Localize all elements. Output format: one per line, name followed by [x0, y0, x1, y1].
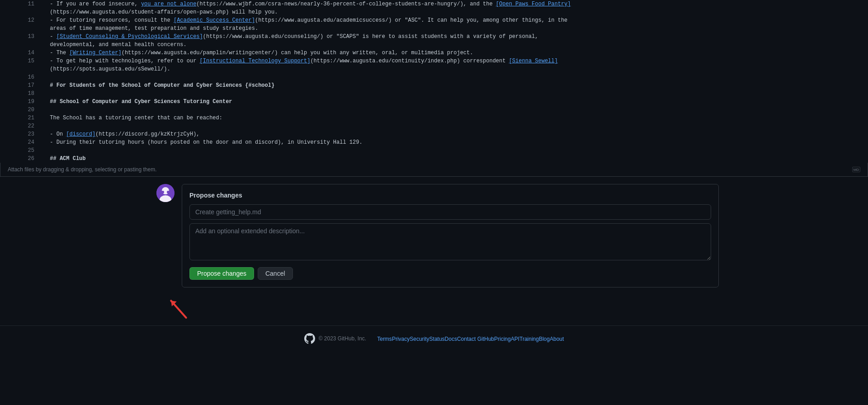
line-number: 25 [0, 146, 42, 155]
propose-section: Propose changes Propose changes Cancel [149, 177, 719, 295]
line-number [0, 65, 42, 73]
footer-link-training[interactable]: Training [519, 336, 539, 342]
cancel-button[interactable]: Cancel [258, 267, 293, 280]
code-editor: 11 - If you are food insecure, you are n… [0, 0, 868, 163]
attach-bar: Attach files by dragging & dropping, sel… [0, 163, 868, 177]
line-content: - For tutoring resources, consult the [A… [42, 16, 868, 24]
code-line: 16 [0, 73, 868, 81]
line-number: 12 [0, 16, 42, 24]
line-number: 22 [0, 122, 42, 130]
markdown-icon: MD [852, 167, 860, 172]
line-number: 24 [0, 138, 42, 146]
line-number [0, 24, 42, 33]
line-number: 19 [0, 98, 42, 106]
propose-changes-button[interactable]: Propose changes [189, 267, 254, 280]
commit-description-input[interactable] [189, 223, 711, 260]
line-number: 16 [0, 73, 42, 81]
line-content: (https://spots.augusta.edu/sSewell/). [42, 65, 868, 73]
line-number: 21 [0, 114, 42, 122]
code-line: 12 - For tutoring resources, consult the… [0, 16, 868, 24]
line-content: - During their tutoring hours (hours pos… [42, 138, 868, 146]
propose-form: Propose changes Propose changes Cancel [182, 184, 719, 287]
footer-link-pricing[interactable]: Pricing [494, 336, 511, 342]
line-content: - [Student Counseling & Psychological Se… [42, 33, 868, 41]
line-number: 17 [0, 81, 42, 89]
footer-link-docs[interactable]: Docs [445, 336, 457, 342]
footer-link-status[interactable]: Status [429, 336, 445, 342]
line-content [42, 146, 868, 155]
line-content: ## ACM Club [42, 155, 868, 163]
line-number: 13 [0, 33, 42, 41]
propose-title: Propose changes [189, 192, 711, 199]
line-content: (https://www.augusta.edu/student-affairs… [42, 8, 868, 16]
red-arrow-icon [167, 297, 190, 320]
code-line: 24 - During their tutoring hours (hours … [0, 138, 868, 146]
code-line: (https://www.augusta.edu/student-affairs… [0, 8, 868, 16]
code-line: 19 ## School of Computer and Cyber Scien… [0, 98, 868, 106]
line-number: 18 [0, 89, 42, 98]
avatar [156, 184, 175, 202]
line-number: 26 [0, 155, 42, 163]
line-content: # For Students of the School of Computer… [42, 81, 868, 89]
footer-link-privacy[interactable]: Privacy [392, 336, 410, 342]
code-line: 13 - [Student Counseling & Psychological… [0, 33, 868, 41]
footer-link-blog[interactable]: Blog [539, 336, 550, 342]
code-line: 21 The School has a tutoring center that… [0, 114, 868, 122]
footer-logo: © 2023 GitHub, Inc. [304, 333, 367, 344]
code-line: 15 - To get help with technologies, refe… [0, 57, 868, 65]
line-content: developmental, and mental health concern… [42, 41, 868, 49]
code-line: 11 - If you are food insecure, you are n… [0, 0, 868, 8]
code-line: 25 [0, 146, 868, 155]
line-content [42, 122, 868, 130]
line-content [42, 89, 868, 98]
footer: © 2023 GitHub, Inc. TermsPrivacySecurity… [0, 325, 868, 351]
line-number: 11 [0, 0, 42, 8]
code-line: (https://spots.augusta.edu/sSewell/). [0, 65, 868, 73]
footer-links: TermsPrivacySecurityStatusDocsContact Gi… [377, 335, 564, 342]
svg-point-3 [161, 191, 164, 193]
footer-link-security[interactable]: Security [410, 336, 429, 342]
line-number [0, 41, 42, 49]
code-line: 14 - The [Writing Center](https://www.au… [0, 49, 868, 57]
code-line: 26 ## ACM Club [0, 155, 868, 163]
code-line: areas of time management, test preparati… [0, 24, 868, 33]
line-content [42, 106, 868, 114]
code-line: 20 [0, 106, 868, 114]
commit-message-input[interactable] [189, 204, 711, 220]
svg-point-4 [167, 191, 170, 193]
footer-link-contact-github[interactable]: Contact GitHub [457, 336, 494, 342]
copyright-text: © 2023 GitHub, Inc. [319, 335, 367, 342]
arrow-container [0, 295, 868, 322]
attach-bar-text: Attach files by dragging & dropping, sel… [8, 166, 157, 173]
line-content: - If you are food insecure, you are not … [42, 0, 868, 8]
line-content [42, 73, 868, 81]
footer-link-api[interactable]: API [511, 336, 519, 342]
code-line: 23 - On [discord](https://discord.gg/kzK… [0, 130, 868, 138]
code-line: 17 # For Students of the School of Compu… [0, 81, 868, 89]
line-number: 20 [0, 106, 42, 114]
code-line: developmental, and mental health concern… [0, 41, 868, 49]
line-content: - To get help with technologies, refer t… [42, 57, 868, 65]
line-number: 15 [0, 57, 42, 65]
line-content: - The [Writing Center](https://www.augus… [42, 49, 868, 57]
line-content: areas of time management, test preparati… [42, 24, 868, 33]
line-content: The School has a tutoring center that ca… [42, 114, 868, 122]
code-line: 22 [0, 122, 868, 130]
footer-link-terms[interactable]: Terms [377, 336, 392, 342]
code-line: 18 [0, 89, 868, 98]
form-actions: Propose changes Cancel [189, 267, 711, 280]
github-logo-icon [304, 333, 315, 344]
footer-link-about[interactable]: About [550, 336, 564, 342]
line-content: - On [discord](https://discord.gg/kzKtrj… [42, 130, 868, 138]
line-number: 23 [0, 130, 42, 138]
line-number: 14 [0, 49, 42, 57]
line-number [0, 8, 42, 16]
line-content: ## School of Computer and Cyber Sciences… [42, 98, 868, 106]
